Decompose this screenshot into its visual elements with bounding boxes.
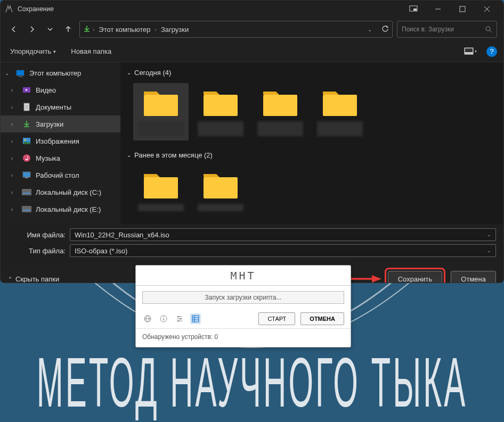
hide-folders-button[interactable]: ⌃ Скрыть папки bbox=[8, 275, 59, 283]
tree-item-documents[interactable]: › Документы bbox=[1, 98, 120, 115]
pip-button[interactable] bbox=[401, 1, 426, 18]
tree-item-downloads[interactable]: › Загрузки bbox=[1, 115, 120, 133]
help-button[interactable]: ? bbox=[486, 46, 497, 57]
window-title: Сохранение bbox=[18, 5, 401, 13]
cancel-button[interactable]: Отмена bbox=[451, 271, 496, 283]
svg-rect-27 bbox=[204, 177, 238, 198]
folder-label-redacted bbox=[257, 121, 303, 136]
chevron-right-icon[interactable]: › bbox=[11, 138, 18, 144]
folder-label-redacted bbox=[317, 121, 363, 136]
folder-item[interactable] bbox=[133, 83, 189, 140]
svg-point-35 bbox=[163, 317, 164, 318]
title-bar: Сохранение bbox=[1, 1, 503, 18]
chevron-right-icon[interactable]: › bbox=[11, 172, 18, 178]
refresh-button[interactable] bbox=[381, 25, 389, 34]
tree-item-videos[interactable]: › Видео bbox=[1, 81, 120, 98]
file-list[interactable]: ⌄ Сегодня (4) bbox=[120, 62, 503, 224]
folder-item[interactable] bbox=[193, 166, 248, 216]
tree-item-desktop[interactable]: › Рабочий стол bbox=[1, 167, 120, 184]
folder-label-redacted bbox=[198, 204, 243, 211]
folder-icon bbox=[201, 170, 240, 201]
monitor-icon bbox=[15, 68, 25, 78]
svg-point-17 bbox=[25, 139, 26, 141]
chevron-right-icon[interactable]: › bbox=[11, 87, 18, 93]
new-folder-button[interactable]: Новая папка bbox=[68, 45, 115, 57]
document-icon bbox=[22, 102, 31, 112]
svg-rect-24 bbox=[263, 95, 297, 116]
search-box[interactable] bbox=[397, 21, 497, 38]
close-button[interactable] bbox=[475, 1, 499, 18]
tree-item-this-pc[interactable]: ⌄ Этот компьютер bbox=[1, 64, 120, 81]
up-button[interactable] bbox=[61, 22, 75, 36]
search-icon bbox=[485, 26, 492, 33]
breadcrumb-root[interactable]: Этот компьютер bbox=[96, 24, 152, 35]
breadcrumb-current[interactable]: Загрузки bbox=[159, 24, 191, 35]
settings-icon[interactable] bbox=[174, 313, 185, 324]
svg-marker-29 bbox=[372, 275, 381, 283]
tree-item-disk-c[interactable]: › Локальный диск (C:) bbox=[1, 184, 120, 201]
group-header[interactable]: ⌄ Ранее в этом месяце (2) bbox=[127, 149, 497, 161]
chevron-down-icon[interactable]: ⌄ bbox=[487, 248, 491, 253]
group-header[interactable]: ⌄ Сегодня (4) bbox=[127, 67, 497, 79]
svg-line-7 bbox=[490, 30, 492, 32]
breadcrumb-sep: › bbox=[155, 27, 157, 32]
music-icon bbox=[22, 153, 31, 163]
recent-dropdown[interactable] bbox=[43, 22, 57, 36]
download-icon bbox=[22, 119, 31, 129]
svg-point-41 bbox=[178, 320, 180, 322]
svg-rect-1 bbox=[413, 9, 417, 11]
folder-tree: ⌄ Этот компьютер › Видео › Документы › З… bbox=[1, 62, 120, 224]
chevron-right-icon[interactable]: › bbox=[11, 104, 18, 110]
folder-item[interactable] bbox=[312, 83, 368, 140]
chevron-right-icon[interactable]: › bbox=[11, 121, 18, 127]
organize-button[interactable]: Упорядочить ▾ bbox=[7, 45, 59, 57]
breadcrumb-sep: › bbox=[93, 27, 94, 32]
folder-item[interactable] bbox=[193, 83, 248, 140]
folder-item[interactable] bbox=[133, 166, 189, 216]
tree-item-disk-e[interactable]: › Локальный диск (E:) bbox=[1, 201, 120, 218]
secondary-cancel-button[interactable]: ОТМЕНА bbox=[300, 312, 344, 325]
search-input[interactable] bbox=[402, 26, 485, 33]
maximize-button[interactable] bbox=[450, 1, 475, 18]
filename-panel: Имя файла: ⌄ Тип файла: ISO-образ (*.iso… bbox=[1, 224, 503, 262]
folder-icon bbox=[142, 87, 180, 118]
progress-bar: Запуск загрузки скрипта... bbox=[142, 291, 344, 304]
start-button[interactable]: СТАРТ bbox=[258, 312, 295, 325]
globe-icon[interactable] bbox=[142, 313, 153, 324]
back-button[interactable] bbox=[7, 22, 21, 36]
status-bar: Обнаружено устройств: 0 bbox=[136, 328, 351, 347]
forward-button[interactable] bbox=[25, 22, 39, 36]
minimize-button[interactable] bbox=[426, 1, 450, 18]
folder-icon bbox=[261, 87, 299, 118]
save-button[interactable]: Сохранить bbox=[388, 271, 443, 283]
chevron-up-icon: ⌃ bbox=[8, 276, 12, 282]
tree-item-music[interactable]: › Музыка bbox=[1, 150, 120, 167]
chevron-down-icon[interactable]: ⌄ bbox=[5, 70, 11, 76]
progress-text: Запуск загрузки скрипта... bbox=[205, 294, 282, 301]
chevron-right-icon[interactable]: › bbox=[11, 206, 18, 212]
filename-combobox[interactable]: ⌄ bbox=[70, 228, 496, 241]
devices-count: 0 bbox=[214, 333, 218, 341]
tree-item-pictures[interactable]: › Изображения bbox=[1, 133, 120, 150]
filename-input[interactable] bbox=[75, 231, 487, 239]
breadcrumb[interactable]: › Этот компьютер › Загрузки ⌄ bbox=[79, 21, 393, 38]
filetype-combobox[interactable]: ISO-образ (*.iso) ⌄ bbox=[70, 244, 496, 257]
save-button-highlight: Сохранить bbox=[385, 268, 446, 283]
svg-point-19 bbox=[23, 154, 30, 162]
list-view-icon[interactable] bbox=[190, 313, 201, 324]
group-today: ⌄ Сегодня (4) bbox=[127, 67, 497, 145]
view-mode-button[interactable]: ▾ bbox=[463, 44, 478, 59]
info-icon[interactable] bbox=[158, 313, 169, 324]
svg-point-6 bbox=[486, 27, 490, 31]
background-text: МЕТОД НАУЧНОГО ТЫКА bbox=[37, 342, 468, 422]
app-logo: MHT bbox=[230, 269, 256, 282]
chevron-down-icon[interactable]: ⌄ bbox=[487, 232, 491, 237]
chevron-right-icon[interactable]: › bbox=[11, 155, 18, 161]
video-icon bbox=[22, 85, 31, 95]
folder-item[interactable] bbox=[253, 83, 308, 140]
toolbar: Упорядочить ▾ Новая папка ▾ ? bbox=[1, 41, 503, 62]
chevron-right-icon[interactable]: › bbox=[11, 189, 18, 195]
group-earlier-month: ⌄ Ранее в этом месяце (2) bbox=[127, 149, 497, 220]
folder-label-redacted bbox=[138, 121, 184, 136]
chevron-down-icon[interactable]: ⌄ bbox=[368, 27, 372, 32]
